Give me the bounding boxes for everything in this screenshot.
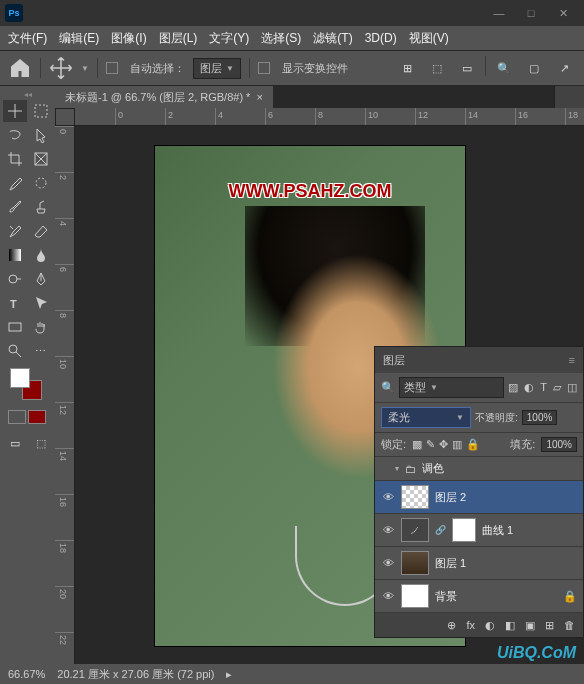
gradient-tool[interactable] xyxy=(3,244,27,266)
menu-select[interactable]: 选择(S) xyxy=(261,30,301,47)
move-tool[interactable] xyxy=(3,100,27,122)
layer-name[interactable]: 曲线 1 xyxy=(482,523,513,538)
mask-mode-icon[interactable]: ▭ xyxy=(455,56,479,80)
brush-tool[interactable] xyxy=(3,196,27,218)
menu-3d[interactable]: 3D(D) xyxy=(365,31,397,45)
chevron-down-icon[interactable]: ▾ xyxy=(395,464,399,473)
eraser-tool[interactable] xyxy=(29,220,53,242)
blur-tool[interactable] xyxy=(29,244,53,266)
marquee-tool[interactable] xyxy=(29,100,53,122)
filter-adjust-icon[interactable]: ◐ xyxy=(524,381,534,394)
foreground-color-swatch[interactable] xyxy=(10,368,30,388)
layer-thumbnail[interactable] xyxy=(401,584,429,608)
group-icon[interactable]: ▣ xyxy=(525,619,535,632)
layer-name[interactable]: 图层 1 xyxy=(435,556,466,571)
chevron-right-icon[interactable]: ▸ xyxy=(226,668,232,681)
group-name[interactable]: 调色 xyxy=(422,461,444,476)
vertical-ruler[interactable]: 0246810121416182022 xyxy=(55,126,75,668)
fill-input[interactable]: 100% xyxy=(541,437,577,452)
align-icon[interactable]: ⊞ xyxy=(395,56,419,80)
layer-item[interactable]: 👁 ⟋ 🔗 曲线 1 xyxy=(375,514,583,547)
visibility-icon[interactable]: 👁 xyxy=(381,523,395,537)
mask-icon[interactable]: ◐ xyxy=(485,619,495,632)
history-brush-tool[interactable] xyxy=(3,220,27,242)
layer-name[interactable]: 图层 2 xyxy=(435,490,466,505)
layer-thumbnail[interactable]: ⟋ xyxy=(401,518,429,542)
layer-item[interactable]: 👁 图层 2 xyxy=(375,481,583,514)
hand-tool[interactable] xyxy=(29,316,53,338)
link-icon[interactable]: 🔗 xyxy=(435,525,446,535)
screen-mode-icon[interactable] xyxy=(28,410,46,424)
mask-thumbnail[interactable] xyxy=(452,518,476,542)
eyedropper-tool[interactable] xyxy=(3,172,27,194)
ruler-origin[interactable] xyxy=(55,108,75,126)
zoom-tool[interactable] xyxy=(3,340,27,362)
document-info[interactable]: 20.21 厘米 x 27.06 厘米 (72 ppi) xyxy=(57,667,214,682)
share-icon[interactable]: ↗ xyxy=(552,56,576,80)
3d-mode-icon[interactable]: ⬚ xyxy=(425,56,449,80)
menu-layer[interactable]: 图层(L) xyxy=(159,30,198,47)
filter-smart-icon[interactable]: ◫ xyxy=(567,381,577,394)
menu-filter[interactable]: 滤镜(T) xyxy=(313,30,352,47)
layer-item[interactable]: 👁 背景 🔒 xyxy=(375,580,583,613)
close-window-button[interactable]: ✕ xyxy=(547,2,579,24)
search-icon[interactable]: 🔍 xyxy=(492,56,516,80)
layer-thumbnail[interactable] xyxy=(401,485,429,509)
frame-tool[interactable] xyxy=(29,148,53,170)
menu-view[interactable]: 视图(V) xyxy=(409,30,449,47)
layer-item[interactable]: 👁 图层 1 xyxy=(375,547,583,580)
lock-all-icon[interactable]: 🔒 xyxy=(466,438,480,451)
standard-mode-icon[interactable]: ▭ xyxy=(3,432,27,454)
auto-select-dropdown[interactable]: 图层▼ xyxy=(193,58,241,79)
layers-panel-header[interactable]: 图层 ≡ xyxy=(375,347,583,373)
filter-pixel-icon[interactable]: ▨ xyxy=(508,381,518,394)
visibility-icon[interactable]: 👁 xyxy=(381,490,395,504)
menu-image[interactable]: 图像(I) xyxy=(111,30,146,47)
opacity-input[interactable]: 100% xyxy=(522,410,558,425)
layer-name[interactable]: 背景 xyxy=(435,589,457,604)
delete-icon[interactable]: 🗑 xyxy=(564,619,575,631)
zoom-level[interactable]: 66.67% xyxy=(8,668,45,680)
lock-pixels-icon[interactable]: ✎ xyxy=(426,438,435,451)
layer-group[interactable]: ▾ 🗀 调色 xyxy=(375,457,583,481)
chevron-down-icon[interactable]: ▼ xyxy=(81,64,89,73)
document-tab[interactable]: 未标题-1 @ 66.7% (图层 2, RGB/8#) * × xyxy=(55,86,273,108)
minimize-button[interactable]: — xyxy=(483,2,515,24)
quick-mask-icon[interactable] xyxy=(8,410,26,424)
pen-tool[interactable] xyxy=(29,268,53,290)
menu-edit[interactable]: 编辑(E) xyxy=(59,30,99,47)
fx-icon[interactable]: fx xyxy=(466,619,475,631)
panel-handle-icon[interactable]: ◂◂ xyxy=(2,90,53,98)
type-tool[interactable]: T xyxy=(3,292,27,314)
dodge-tool[interactable] xyxy=(3,268,27,290)
maximize-button[interactable]: □ xyxy=(515,2,547,24)
show-transform-checkbox[interactable] xyxy=(258,62,270,74)
frame-icon[interactable]: ▢ xyxy=(522,56,546,80)
filter-type-icon[interactable]: T xyxy=(540,381,547,394)
menu-file[interactable]: 文件(F) xyxy=(8,30,47,47)
quick-select-tool[interactable] xyxy=(29,124,53,146)
adjustment-icon[interactable]: ◧ xyxy=(505,619,515,632)
visibility-icon[interactable]: 👁 xyxy=(381,556,395,570)
lasso-tool[interactable] xyxy=(3,124,27,146)
layer-thumbnail[interactable] xyxy=(401,551,429,575)
lock-position-icon[interactable]: ✥ xyxy=(439,438,448,451)
lock-artboard-icon[interactable]: ▥ xyxy=(452,438,462,451)
filter-shape-icon[interactable]: ▱ xyxy=(553,381,561,394)
rectangle-tool[interactable] xyxy=(3,316,27,338)
home-icon[interactable] xyxy=(8,56,32,80)
color-swatches[interactable] xyxy=(10,368,42,400)
menu-type[interactable]: 文字(Y) xyxy=(209,30,249,47)
search-icon[interactable]: 🔍 xyxy=(381,381,395,394)
blend-mode-dropdown[interactable]: 柔光▼ xyxy=(381,407,471,428)
path-select-tool[interactable] xyxy=(29,292,53,314)
crop-tool[interactable] xyxy=(3,148,27,170)
filter-type-dropdown[interactable]: 类型▼ xyxy=(399,377,504,398)
move-tool-icon[interactable] xyxy=(49,56,73,80)
fullscreen-mode-icon[interactable]: ⬚ xyxy=(29,432,53,454)
auto-select-checkbox[interactable] xyxy=(106,62,118,74)
visibility-icon[interactable]: 👁 xyxy=(381,589,395,603)
link-layers-icon[interactable]: ⊕ xyxy=(447,619,456,632)
horizontal-ruler[interactable]: 024681012141618 xyxy=(75,108,584,126)
edit-toolbar-icon[interactable]: ⋯ xyxy=(29,340,53,362)
